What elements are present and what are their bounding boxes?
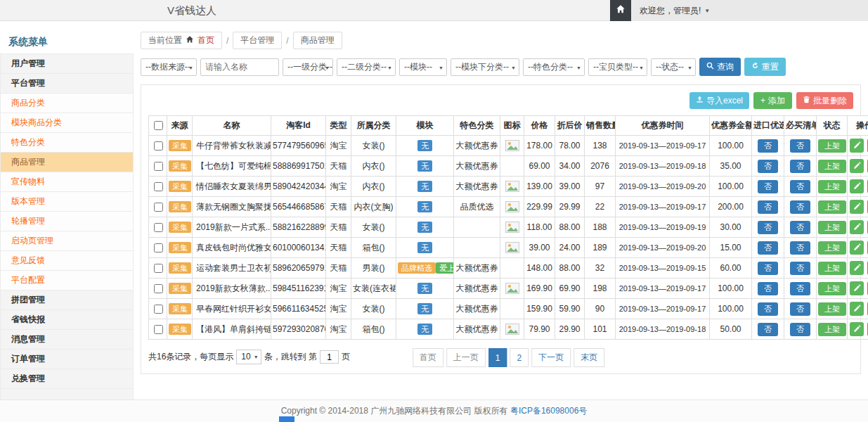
- edit-button[interactable]: [850, 139, 864, 153]
- sidebar-item[interactable]: 意见反馈: [0, 250, 134, 271]
- sidebar-item[interactable]: 兑换管理: [0, 369, 134, 389]
- icp-link[interactable]: 粤ICP备16098006号: [510, 406, 587, 416]
- page-button-2[interactable]: 2: [510, 348, 529, 367]
- row-checkbox[interactable]: [154, 203, 163, 212]
- sidebar-item[interactable]: 宣传物料: [0, 172, 134, 192]
- filter-level2-category[interactable]: --二级分类--▼: [337, 58, 396, 76]
- status-button[interactable]: 上架: [818, 302, 846, 316]
- edit-button[interactable]: [850, 200, 864, 214]
- edit-button[interactable]: [850, 159, 864, 173]
- row-checkbox[interactable]: [154, 325, 163, 334]
- sidebar-item[interactable]: 模块商品分类: [0, 113, 134, 133]
- breadcrumb-level1[interactable]: 平台管理: [233, 32, 282, 49]
- status-button[interactable]: 上架: [818, 221, 846, 234]
- must-buy-toggle[interactable]: 否: [790, 139, 810, 153]
- status-button[interactable]: 上架: [818, 200, 846, 214]
- row-checkbox[interactable]: [154, 182, 163, 191]
- last-page-button[interactable]: 末页: [574, 348, 604, 367]
- edit-button[interactable]: [850, 322, 864, 336]
- must-buy-toggle[interactable]: 否: [790, 302, 810, 316]
- user-menu[interactable]: 欢迎您，管理员! ▼: [640, 5, 710, 17]
- import-select-toggle[interactable]: 否: [758, 221, 778, 234]
- status-button[interactable]: 上架: [818, 160, 846, 173]
- row-checkbox[interactable]: [154, 162, 163, 171]
- prev-page-button[interactable]: 上一页: [446, 348, 486, 367]
- status-button[interactable]: 上架: [818, 241, 846, 255]
- select-all-checkbox[interactable]: [154, 121, 163, 130]
- import-select-toggle[interactable]: 否: [758, 160, 778, 173]
- sidebar-item[interactable]: 用户管理: [0, 53, 134, 74]
- row-checkbox[interactable]: [154, 284, 163, 293]
- import-select-toggle[interactable]: 否: [758, 139, 778, 153]
- sidebar-item[interactable]: 平台管理: [0, 73, 134, 94]
- home-button[interactable]: [610, 0, 631, 21]
- edit-button[interactable]: [850, 179, 864, 193]
- per-page-select[interactable]: 10▼: [236, 350, 261, 364]
- first-page-button[interactable]: 首页: [413, 348, 443, 367]
- must-buy-toggle[interactable]: 否: [790, 160, 810, 173]
- edit-button[interactable]: [850, 281, 864, 295]
- breadcrumb-home-link[interactable]: 首页: [197, 34, 214, 46]
- filter-module-sub[interactable]: --模块下分类--▼: [451, 58, 519, 76]
- sidebar-item[interactable]: 版本管理: [0, 191, 134, 212]
- must-buy-toggle[interactable]: 否: [790, 282, 810, 295]
- filter-level1-category[interactable]: --一级分类--▼: [283, 58, 333, 76]
- search-button[interactable]: 查询: [699, 58, 741, 76]
- sidebar-item[interactable]: 轮播管理: [0, 211, 134, 231]
- must-buy-toggle[interactable]: 否: [790, 200, 810, 214]
- pencil-icon: [853, 141, 861, 151]
- must-buy-toggle[interactable]: 否: [790, 221, 810, 234]
- sidebar-item[interactable]: 拼团管理: [0, 290, 134, 310]
- import-select-toggle[interactable]: 否: [758, 262, 778, 275]
- import-select-toggle[interactable]: 否: [758, 323, 778, 336]
- filter-module[interactable]: --模块--▼: [399, 58, 447, 76]
- status-button[interactable]: 上架: [818, 323, 846, 336]
- import-excel-button[interactable]: 导入excel: [689, 92, 749, 109]
- status-button[interactable]: 上架: [818, 180, 846, 193]
- sidebar-item[interactable]: 特色分类: [0, 132, 134, 153]
- status-button[interactable]: 上架: [818, 262, 846, 275]
- sidebar-item[interactable]: 商品分类: [0, 93, 134, 113]
- must-buy-toggle[interactable]: 否: [790, 180, 810, 193]
- row-checkbox[interactable]: [154, 243, 163, 252]
- row-checkbox[interactable]: [154, 264, 163, 273]
- coupon-time: 2019-09-13—2019-09-19: [616, 217, 710, 238]
- import-select-toggle[interactable]: 否: [758, 241, 778, 255]
- batch-delete-button[interactable]: 批量删除: [796, 92, 853, 109]
- row-checkbox[interactable]: [154, 141, 163, 151]
- coupon-amount: 15.00: [710, 238, 752, 258]
- edit-button[interactable]: [850, 261, 864, 275]
- status-button[interactable]: 上架: [818, 282, 846, 295]
- status-button[interactable]: 上架: [818, 139, 846, 153]
- edit-button[interactable]: [850, 220, 864, 234]
- filter-feature-category[interactable]: --特色分类--▼: [523, 58, 585, 76]
- import-select-toggle[interactable]: 否: [758, 282, 778, 295]
- edit-button[interactable]: [850, 241, 864, 255]
- filter-status[interactable]: --状态--▼: [651, 58, 696, 76]
- must-buy-toggle[interactable]: 否: [790, 262, 810, 275]
- import-select-toggle[interactable]: 否: [758, 200, 778, 214]
- add-button[interactable]: + 添加: [753, 92, 792, 109]
- table-row: 采集 【七色纺】可爱纯棉家... 588869917501 天猫 内衣() 无 …: [149, 156, 868, 177]
- import-select-toggle[interactable]: 否: [758, 302, 778, 316]
- sidebar-item[interactable]: 平台配置: [0, 270, 134, 290]
- breadcrumb-level2[interactable]: 商品管理: [293, 32, 342, 49]
- filter-data-source[interactable]: --数据来源--▼: [141, 58, 197, 76]
- sidebar-item[interactable]: 商品管理: [0, 152, 134, 172]
- sidebar-item[interactable]: 消息管理: [0, 329, 134, 350]
- must-buy-toggle[interactable]: 否: [790, 323, 810, 336]
- page-button-1[interactable]: 1: [488, 348, 507, 367]
- filter-item-type[interactable]: --宝贝类型--▼: [588, 58, 647, 76]
- page-jump-input[interactable]: [320, 350, 339, 364]
- sidebar-item[interactable]: 省钱快报: [0, 309, 134, 330]
- edit-button[interactable]: [850, 302, 864, 316]
- row-checkbox[interactable]: [154, 223, 163, 232]
- must-buy-toggle[interactable]: 否: [790, 241, 810, 255]
- import-select-toggle[interactable]: 否: [758, 180, 778, 193]
- filter-name-input[interactable]: [200, 58, 279, 76]
- row-checkbox[interactable]: [154, 305, 163, 314]
- sidebar-item[interactable]: 订单管理: [0, 349, 134, 369]
- next-page-button[interactable]: 下一页: [531, 348, 571, 367]
- reset-button[interactable]: 重置: [744, 58, 786, 76]
- sidebar-item[interactable]: 启动页管理: [0, 231, 134, 251]
